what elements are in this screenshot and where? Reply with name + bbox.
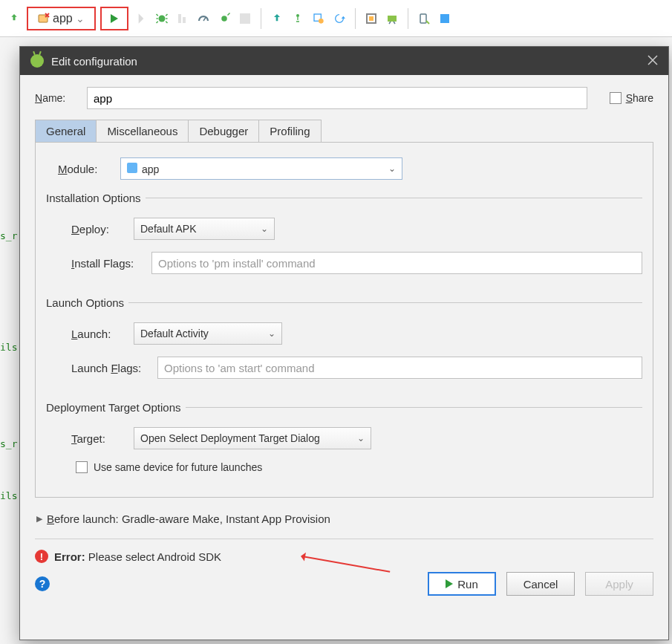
deploy-value: Default APK	[140, 223, 197, 235]
before-launch-section[interactable]: ▶ Before launch: Gradle-aware Make, Inst…	[36, 513, 652, 525]
module-icon	[127, 163, 137, 173]
svg-point-9	[296, 14, 299, 17]
install-flags-input[interactable]	[151, 252, 642, 274]
apply-changes-icon[interactable]	[133, 10, 149, 27]
launch-legend: Launch Options	[46, 296, 128, 309]
run-button[interactable]: Run	[428, 572, 496, 596]
profiler-icon[interactable]	[195, 10, 212, 27]
error-row: ! Error: Please select Android SDK	[35, 550, 653, 563]
svg-rect-14	[388, 16, 397, 22]
installation-options-section: Installation Options Deploy: Default APK…	[46, 192, 642, 289]
run-label: Run	[457, 578, 478, 591]
svg-rect-15	[420, 14, 426, 23]
deployment-legend: Deployment Target Options	[46, 401, 186, 414]
close-icon[interactable]	[647, 53, 658, 69]
layout-inspector-icon[interactable]	[437, 10, 453, 27]
divider	[35, 539, 653, 539]
play-icon	[446, 579, 453, 588]
same-device-checkbox[interactable]	[76, 461, 88, 473]
module-label: Module:	[58, 163, 111, 175]
error-icon: !	[35, 550, 48, 563]
chevron-down-icon: ⌄	[76, 13, 85, 25]
tab-content-general: Module: app ⌄ Installation Options Deplo…	[35, 143, 653, 498]
chevron-down-icon: ⌄	[261, 224, 268, 234]
install-flags-label: Install Flags:	[71, 257, 143, 270]
run-button-highlight	[100, 7, 128, 30]
debug-icon[interactable]	[154, 10, 170, 27]
tab-profiling[interactable]: Profiling	[258, 120, 321, 142]
target-value: Open Select Deployment Target Dialog	[140, 432, 320, 444]
config-error-icon	[38, 13, 50, 25]
run-coverage-icon[interactable]	[174, 10, 191, 27]
tab-debugger[interactable]: Debugger	[188, 120, 259, 142]
svg-rect-16	[440, 14, 449, 23]
sdk-manager-icon[interactable]	[384, 10, 400, 27]
deploy-dropdown[interactable]: Default APK ⌄	[134, 218, 275, 240]
sync-icon[interactable]	[6, 10, 22, 27]
svg-point-11	[319, 19, 324, 24]
android-icon	[30, 54, 44, 68]
cancel-button[interactable]: Cancel	[506, 572, 575, 596]
same-device-label: Use same device for future launches	[94, 461, 262, 473]
svg-rect-5	[183, 17, 186, 23]
run-config-label: app	[53, 12, 73, 25]
editor-gutter: s_r ils s_r ils	[0, 45, 15, 639]
svg-point-7	[221, 16, 227, 22]
target-label: Target:	[71, 432, 125, 445]
vcs-update-icon[interactable]	[269, 10, 285, 27]
error-message: Please select Android SDK	[85, 550, 221, 563]
vcs-history-icon[interactable]	[310, 10, 327, 27]
chevron-down-icon: ⌄	[357, 433, 365, 443]
svg-rect-4	[178, 14, 181, 23]
module-dropdown[interactable]: app ⌄	[120, 157, 402, 180]
tab-general[interactable]: General	[35, 120, 97, 142]
chevron-down-icon: ⌄	[388, 163, 396, 174]
annotation-arrow	[302, 556, 391, 573]
svg-rect-13	[369, 16, 373, 21]
share-label: Share	[626, 92, 653, 104]
deployment-target-section: Deployment Target Options Target: Open S…	[46, 401, 642, 476]
vcs-revert-icon[interactable]	[331, 10, 348, 27]
stop-icon[interactable]	[237, 10, 253, 27]
run-config-dropdown[interactable]: app ⌄	[31, 9, 91, 28]
avd-manager-icon[interactable]	[416, 10, 432, 27]
vcs-commit-icon[interactable]	[290, 10, 306, 27]
launch-flags-label: Launch Flags:	[71, 362, 149, 374]
module-value: app	[142, 163, 159, 175]
svg-point-3	[158, 15, 165, 22]
launch-value: Default Activity	[140, 328, 209, 339]
launch-flags-input[interactable]	[157, 357, 642, 379]
help-button[interactable]: ?	[35, 576, 50, 591]
run-config-highlight: app ⌄	[27, 7, 96, 30]
apply-button: Apply	[585, 572, 653, 596]
launch-dropdown[interactable]: Default Activity ⌄	[134, 322, 282, 345]
name-input[interactable]	[87, 87, 587, 109]
svg-rect-8	[240, 13, 250, 24]
expand-triangle-icon: ▶	[36, 514, 42, 524]
dialog-title: Edit configuration	[51, 55, 640, 68]
launch-label: Launch:	[71, 328, 125, 340]
chevron-down-icon: ⌄	[268, 328, 275, 339]
launch-options-section: Launch Options Launch: Default Activity …	[46, 296, 642, 394]
error-prefix: Error:	[54, 550, 85, 563]
installation-legend: Installation Options	[46, 192, 146, 204]
main-toolbar: app ⌄	[0, 0, 672, 37]
name-label: Name:	[35, 92, 78, 104]
tab-miscellaneous[interactable]: Miscellaneous	[96, 120, 189, 142]
project-structure-icon[interactable]	[363, 10, 379, 27]
deploy-label: Deploy:	[71, 223, 125, 235]
edit-configuration-dialog: Edit configuration Name: Share General M…	[19, 46, 669, 640]
target-dropdown[interactable]: Open Select Deployment Target Dialog ⌄	[134, 427, 371, 449]
run-button[interactable]	[106, 10, 123, 27]
attach-debugger-icon[interactable]	[216, 10, 232, 27]
tab-bar: General Miscellaneous Debugger Profiling	[35, 120, 653, 143]
dialog-titlebar: Edit configuration	[20, 47, 668, 75]
svg-line-6	[203, 17, 206, 21]
share-checkbox[interactable]	[610, 92, 622, 104]
